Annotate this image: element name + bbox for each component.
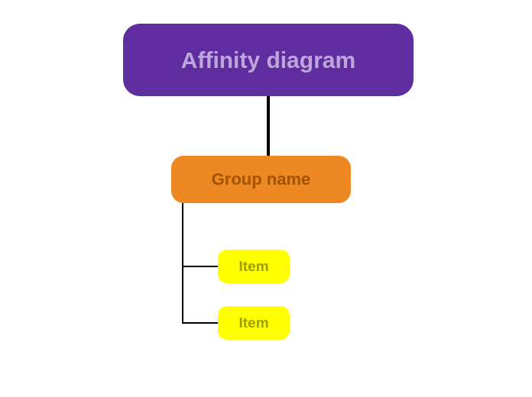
connector-to-item-2 <box>182 322 218 324</box>
item-label-2: Item <box>238 315 268 331</box>
group-node: Group name <box>171 156 351 203</box>
root-node: Affinity diagram <box>123 24 414 96</box>
item-node-2: Item <box>218 306 290 340</box>
item-label-1: Item <box>238 258 268 275</box>
connector-group-vertical <box>182 203 183 322</box>
root-label: Affinity diagram <box>181 47 355 73</box>
group-label: Group name <box>212 169 311 189</box>
connector-to-item-1 <box>182 266 218 267</box>
item-node-1: Item <box>218 250 290 283</box>
connector-root-to-group <box>267 96 270 156</box>
